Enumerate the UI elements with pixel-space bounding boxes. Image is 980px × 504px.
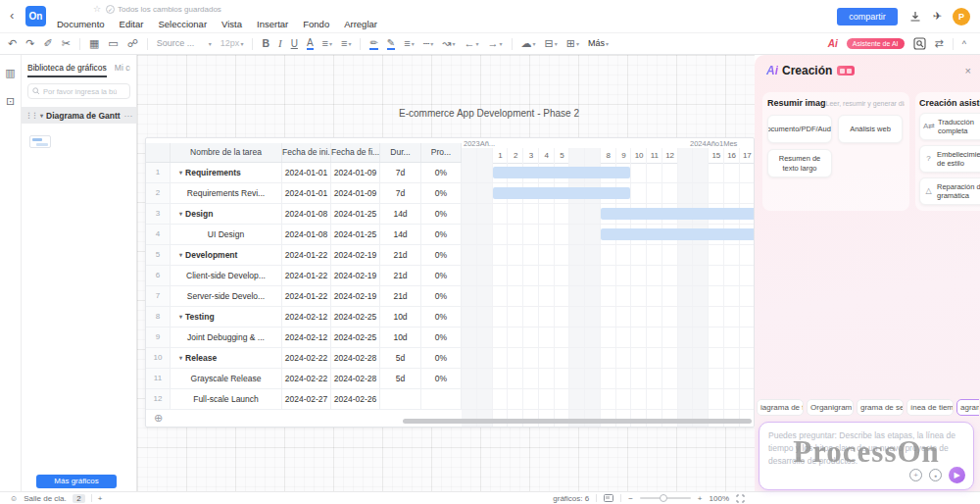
gantt-bar-ui-design[interactable] <box>601 228 754 240</box>
table-row-task-3[interactable]: 3▾Design2024-01-082024-01-2514d0% <box>146 204 462 225</box>
collapse-toolbar-icon[interactable]: ^ <box>962 39 966 49</box>
task-duration-cell[interactable]: 10d <box>380 328 421 347</box>
task-progress-cell[interactable]: 0% <box>421 369 462 388</box>
section-gantt-header[interactable]: ⋮⋮ ▾ Diagrama de Gantt ⋯ <box>22 107 136 124</box>
task-duration-cell[interactable]: 14d <box>380 225 421 244</box>
app-logo[interactable]: On <box>25 6 46 26</box>
task-start-cell[interactable]: 2024-02-12 <box>282 328 331 347</box>
undo-icon[interactable]: ↶ <box>8 38 17 49</box>
close-icon[interactable]: × <box>965 65 971 76</box>
task-progress-cell[interactable]: 0% <box>421 163 462 182</box>
task-duration-cell[interactable]: 10d <box>380 307 421 327</box>
font-family-select[interactable]: Source ...▾ <box>157 39 212 48</box>
feedback-icon[interactable]: ☺ <box>10 494 18 503</box>
task-duration-cell[interactable]: 21d <box>380 266 421 285</box>
redo-icon[interactable]: ↷ <box>25 38 34 49</box>
menu-arreglar[interactable]: Arreglar <box>344 19 377 29</box>
task-name-cell[interactable]: Full-scale Launch <box>171 389 282 409</box>
ai-prompt-input[interactable]: Puedes preguntar: Describe las etapas, l… <box>759 422 974 490</box>
collapse-caret-icon[interactable]: ▾ <box>179 252 182 258</box>
task-progress-cell[interactable]: 0% <box>421 286 462 306</box>
page-tab[interactable]: Salle de cla... <box>24 494 67 503</box>
gantt-bar-design[interactable] <box>601 208 754 220</box>
web-analysis-button[interactable]: Análisis web <box>838 115 903 143</box>
task-start-cell[interactable]: 2024-02-22 <box>282 348 331 368</box>
italic-button[interactable]: I <box>278 38 282 49</box>
task-end-cell[interactable]: 2024-02-26 <box>331 389 380 409</box>
table-row-task-2[interactable]: 2Requirements Revi...2024-01-012024-01-0… <box>146 183 462 204</box>
fill-color-button[interactable]: ✏ <box>369 37 377 50</box>
task-end-cell[interactable]: 2024-01-09 <box>331 183 380 203</box>
task-duration-cell[interactable]: 21d <box>380 245 421 265</box>
attach-plus-icon[interactable]: + <box>909 469 922 481</box>
task-start-cell[interactable]: 2024-01-01 <box>282 183 331 203</box>
line-width-button[interactable]: ≡▾ <box>404 38 414 49</box>
favorite-star-icon[interactable]: ☆ <box>93 4 101 14</box>
theme-style-button[interactable]: ☁▾ <box>521 38 536 49</box>
menu-editar[interactable]: Editar <box>120 19 144 29</box>
task-name-cell[interactable]: ▾Testing <box>171 307 282 327</box>
avatar[interactable]: P <box>953 8 970 25</box>
distribute-button[interactable]: ⊟▾ <box>545 38 558 49</box>
task-name-cell[interactable]: ▾Release <box>171 348 282 368</box>
grammar-fix-button[interactable]: △ Reparación de gramática <box>919 177 980 205</box>
task-duration-cell[interactable]: 5d <box>380 348 421 368</box>
task-end-cell[interactable]: 2024-02-25 <box>331 328 380 347</box>
col-task-name[interactable]: Nombre de la tarea <box>171 143 282 162</box>
section-more-icon[interactable]: ⋯ <box>124 111 133 121</box>
clear-format-icon[interactable]: ✂ <box>62 38 71 49</box>
task-end-cell[interactable]: 2024-02-28 <box>331 348 380 368</box>
font-size-select[interactable]: 12px▾ <box>220 39 244 48</box>
task-progress-cell[interactable]: 0% <box>421 183 462 203</box>
task-duration-cell[interactable] <box>380 389 421 409</box>
menu-insertar[interactable]: Insertar <box>257 19 288 29</box>
task-start-cell[interactable]: 2024-01-08 <box>282 204 331 224</box>
task-duration-cell[interactable]: 7d <box>380 183 421 203</box>
task-duration-cell[interactable]: 21d <box>380 286 421 306</box>
task-progress-cell[interactable]: 0% <box>421 307 462 327</box>
download-icon[interactable] <box>908 10 922 24</box>
arrow-start-button[interactable]: ←▾ <box>465 38 479 49</box>
share-button[interactable]: compartir <box>837 8 898 25</box>
task-name-cell[interactable]: ▾Requirements <box>171 163 282 182</box>
task-start-cell[interactable]: 2024-01-01 <box>282 163 331 182</box>
table-row-task-11[interactable]: 11Grayscale Release2024-02-222024-02-285… <box>146 369 462 389</box>
more-charts-button[interactable]: Más gráficos <box>36 475 117 488</box>
preview-icon[interactable] <box>913 37 926 50</box>
task-duration-cell[interactable]: 14d <box>380 204 421 224</box>
shape-library-icon[interactable]: ▥ <box>5 67 15 79</box>
list-button[interactable]: ≡▾ <box>322 38 332 49</box>
gantt-title[interactable]: E-commerce App Development - Phase 2 <box>399 108 579 119</box>
fullscreen-icon[interactable] <box>736 494 745 503</box>
col-progress[interactable]: Pro... <box>421 143 462 162</box>
task-progress-cell[interactable]: 0% <box>421 225 462 244</box>
chip-iagrama-de-flu[interactable]: iagrama de flu <box>757 399 804 416</box>
zoom-slider-handle[interactable] <box>660 494 667 502</box>
task-progress-cell[interactable] <box>421 389 462 409</box>
table-row-task-6[interactable]: 6Client-side Develop...2024-01-222024-02… <box>146 266 462 286</box>
menu-seleccionar[interactable]: Seleccionar <box>158 19 207 29</box>
line-style-button[interactable]: ┄▾ <box>423 38 434 49</box>
chip-nea-de-tiemp[interactable]: ínea de tiemp <box>906 399 954 416</box>
task-name-cell[interactable]: UI Design <box>171 225 282 244</box>
task-name-cell[interactable]: Joint Debugging & ... <box>171 328 282 347</box>
stroke-color-button[interactable]: ✎ <box>387 37 395 50</box>
collapse-caret-icon[interactable]: ▾ <box>179 211 182 217</box>
collapse-caret-icon[interactable]: ▾ <box>179 170 182 176</box>
send-button[interactable]: ▶ <box>949 467 965 483</box>
task-progress-cell[interactable]: 0% <box>421 204 462 224</box>
insert-link-icon[interactable]: ☍ <box>127 38 138 49</box>
task-progress-cell[interactable]: 0% <box>421 245 462 265</box>
insert-table-icon[interactable]: ▦ <box>89 38 99 49</box>
task-start-cell[interactable]: 2024-01-22 <box>282 266 331 285</box>
task-name-cell[interactable]: Client-side Develop... <box>171 266 282 285</box>
task-name-cell[interactable]: Server-side Develo... <box>171 286 282 306</box>
task-start-cell[interactable]: 2024-02-22 <box>282 369 331 388</box>
task-duration-cell[interactable]: 5d <box>380 369 421 388</box>
add-task-icon[interactable]: ⊕ <box>154 412 163 425</box>
task-name-cell[interactable]: Requirements Revi... <box>171 183 282 203</box>
task-end-cell[interactable]: 2024-01-25 <box>331 204 380 224</box>
insert-image-icon[interactable]: ▭ <box>108 38 118 49</box>
zoom-slider[interactable] <box>640 497 691 499</box>
add-page-button[interactable]: + <box>98 494 103 503</box>
